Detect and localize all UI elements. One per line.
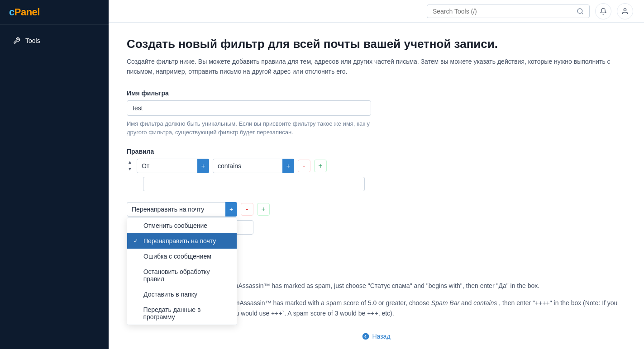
rule-value-row <box>143 177 626 191</box>
sidebar: cPanel Tools <box>0 0 109 349</box>
action-remove-btn[interactable]: - <box>241 203 253 216</box>
circle-arrow-icon <box>362 333 369 340</box>
rule-condition-select[interactable]: contains does not contain begins with en… <box>213 159 294 173</box>
rule-field-wrapper: От Кому Тема Тело письма Статус спама Sp… <box>137 159 209 173</box>
rule-field-select[interactable]: От Кому Тема Тело письма Статус спама Sp… <box>137 159 209 173</box>
sidebar-nav: Tools <box>0 25 109 57</box>
rule-condition-wrapper: contains does not contain begins with en… <box>213 159 294 173</box>
notifications-button[interactable] <box>595 3 611 19</box>
wrench-icon <box>13 37 21 45</box>
svg-point-1 <box>624 9 626 11</box>
rule-down-btn[interactable]: ▼ <box>127 166 133 172</box>
cpanel-logo: cPanel <box>9 6 40 18</box>
dropdown-item-pipe[interactable]: Передать данные в программу <box>127 302 237 325</box>
back-label: Назад <box>372 333 390 340</box>
action-row-1: Перенаправить на почту Отменить сообщени… <box>127 202 626 217</box>
rule-row-1: ▲ ▼ От Кому Тема Тело письма Статус спам… <box>127 159 626 173</box>
search-box[interactable] <box>427 5 590 18</box>
action-add-btn[interactable]: + <box>257 203 270 216</box>
rule-add-btn[interactable]: + <box>314 160 327 172</box>
rules-section: Правила ▲ ▼ От Кому Тема Тело письма Ста… <box>127 148 626 191</box>
dropdown-item-redirect[interactable]: ✓ Перенаправить на почту <box>127 233 237 249</box>
rules-label: Правила <box>127 148 626 155</box>
sidebar-logo: cPanel <box>0 0 109 25</box>
action-select[interactable]: Перенаправить на почту Отменить сообщени… <box>127 202 237 217</box>
dropdown-item-error[interactable]: Ошибка с сообщением <box>127 249 237 264</box>
rule-value-input[interactable] <box>143 177 365 191</box>
rule-remove-btn[interactable]: - <box>298 160 310 172</box>
svg-point-0 <box>577 9 582 14</box>
header <box>109 0 644 23</box>
dropdown-item-stop[interactable]: Остановить обработку правил <box>127 264 237 287</box>
page-title: Создать новый фильтр для всей почты ваше… <box>127 37 626 51</box>
filter-name-section: Имя фильтра Имя фильтра должно быть уник… <box>127 90 626 137</box>
filter-name-input[interactable] <box>127 100 371 116</box>
search-button[interactable] <box>577 8 584 15</box>
back-section: Назад <box>127 333 626 340</box>
filter-name-label: Имя фильтра <box>127 90 626 97</box>
page-description: Создайте фильтр ниже. Вы можете добавить… <box>127 57 625 77</box>
svg-point-2 <box>363 333 369 340</box>
page-content: Создать новый фильтр для всей почты ваше… <box>109 23 644 349</box>
sidebar-item-tools[interactable]: Tools <box>4 32 105 49</box>
search-input[interactable] <box>433 8 573 15</box>
dropdown-menu: Отменить сообщение ✓ Перенаправить на по… <box>127 217 237 325</box>
actions-section: Перенаправить на почту Отменить сообщени… <box>127 202 626 235</box>
user-button[interactable] <box>617 3 633 19</box>
rule-up-btn[interactable]: ▲ <box>127 159 133 165</box>
dropdown-item-deliver[interactable]: Доставить в папку <box>127 287 237 302</box>
action-select-wrapper: Перенаправить на почту Отменить сообщени… <box>127 202 237 217</box>
bell-icon <box>600 8 607 15</box>
hint2-italic: Spam Bar <box>431 299 459 307</box>
back-button[interactable]: Назад <box>362 333 390 340</box>
hint2-and: and <box>461 299 473 307</box>
filter-name-hint: Имя фильтра должно быть уникальным. Если… <box>127 119 371 137</box>
rule-arrows-1: ▲ ▼ <box>127 159 133 172</box>
main-area: Создать новый фильтр для всей почты ваше… <box>109 0 644 349</box>
dropdown-item-discard[interactable]: Отменить сообщение <box>127 218 237 233</box>
hint2-italic2: contains <box>473 299 497 307</box>
user-icon <box>621 8 629 15</box>
sidebar-item-label: Tools <box>25 37 40 44</box>
